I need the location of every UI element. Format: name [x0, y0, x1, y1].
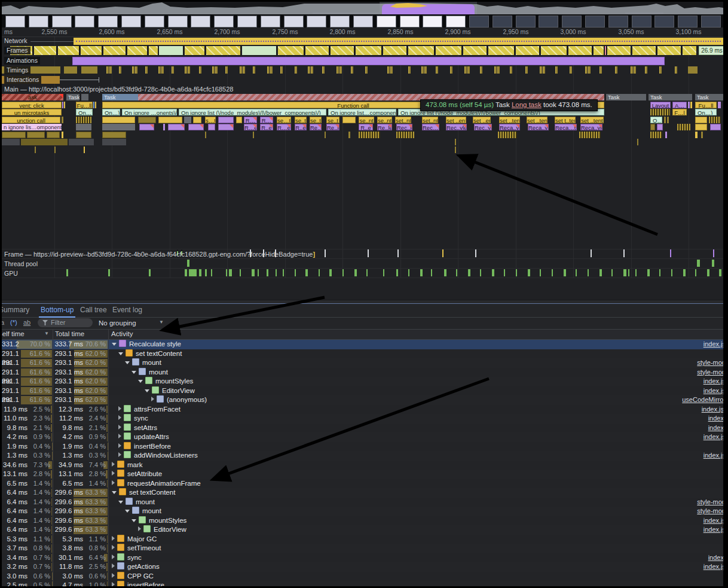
collapse-triangle-icon[interactable]: [112, 491, 117, 494]
flame-bar[interactable]: [650, 132, 662, 138]
flame-bar[interactable]: [664, 117, 666, 123]
flame-bar[interactable]: [218, 117, 234, 123]
screenshot-thumbnail[interactable]: [353, 16, 373, 28]
gpu-bar[interactable]: [552, 269, 553, 276]
frame-cell[interactable]: [149, 46, 158, 55]
flame-bar[interactable]: R…e: [277, 124, 291, 130]
table-row[interactable]: 291.1 ms61.6 %293.1 ms62.0 %set textCont…: [2, 349, 723, 359]
thread-pool-track-label[interactable]: Thread pool: [4, 260, 38, 268]
timing-tick[interactable]: [387, 66, 390, 74]
frames-track-label[interactable]: Frames: [4, 47, 30, 54]
expand-triangle-icon[interactable]: [138, 526, 141, 531]
screenshot-thumbnail[interactable]: [121, 16, 141, 28]
flame-bar[interactable]: [62, 132, 63, 138]
flame-bar[interactable]: On…): [695, 109, 717, 115]
flame-bar[interactable]: [690, 102, 692, 108]
flame-bar[interactable]: [27, 132, 45, 138]
table-row[interactable]: 3.7 ms0.8 %3.8 ms0.8 %setTimeout: [2, 544, 723, 553]
collapse-triangle-icon[interactable]: [118, 501, 123, 504]
gpu-bar[interactable]: [444, 269, 446, 276]
timing-tick[interactable]: [240, 66, 242, 74]
timing-tick[interactable]: [339, 66, 342, 74]
gpu-bar[interactable]: [366, 269, 368, 276]
regex-icon[interactable]: (*): [10, 319, 17, 326]
timing-tick[interactable]: [215, 66, 218, 74]
flame-bar[interactable]: [188, 124, 204, 130]
timing-tick[interactable]: [132, 66, 134, 74]
flame-bar[interactable]: se..nt: [359, 117, 374, 123]
gpu-bar[interactable]: [240, 269, 241, 276]
frame-cell[interactable]: [278, 46, 304, 55]
frame-cell[interactable]: [463, 46, 487, 55]
table-row[interactable]: 291.1 ms61.6 %293.1 ms62.0 %mountStylesi…: [2, 377, 723, 386]
frame-cell[interactable]: [127, 46, 148, 55]
timing-tick[interactable]: [119, 66, 121, 74]
network-track-label[interactable]: Network: [4, 37, 27, 45]
tab-event-log[interactable]: Event log: [111, 304, 144, 316]
timing-tick[interactable]: [243, 66, 245, 74]
table-row[interactable]: 291.1 ms61.6 %293.1 ms62.0 %(anonymous)u…: [2, 395, 723, 405]
screenshot-thumbnail[interactable]: [98, 16, 118, 28]
gpu-bar[interactable]: [211, 269, 212, 276]
flame-bar[interactable]: [701, 132, 703, 138]
timing-tick[interactable]: [424, 66, 427, 74]
flame-bar[interactable]: F…l: [672, 109, 687, 115]
gpu-bar[interactable]: [149, 269, 151, 276]
timing-tick[interactable]: [311, 66, 313, 74]
timing-tick[interactable]: [135, 66, 137, 74]
screenshot-thumbnail[interactable]: [400, 16, 420, 28]
screenshot-thumbnail[interactable]: [261, 16, 280, 28]
flame-bar[interactable]: se..t: [326, 117, 339, 123]
collapse-triangle-icon[interactable]: [138, 380, 143, 383]
thread-pool-bar[interactable]: [187, 260, 189, 267]
screenshot-thumbnail[interactable]: [5, 16, 25, 28]
gpu-bar[interactable]: [576, 269, 577, 276]
gpu-bar[interactable]: [431, 269, 432, 276]
gpu-bar[interactable]: [719, 269, 721, 276]
screenshot-thumbnail[interactable]: [284, 16, 304, 28]
frame-cell[interactable]: [683, 46, 697, 55]
flame-bar[interactable]: [158, 117, 182, 123]
flame-bar[interactable]: [62, 117, 63, 123]
timing-tick[interactable]: [199, 66, 201, 74]
gpu-bar[interactable]: [628, 269, 629, 276]
flame-bar[interactable]: n ignore lis…omponents\/): [2, 124, 62, 130]
flame-bar[interactable]: set ..tent: [580, 117, 604, 123]
table-row[interactable]: 11.0 ms2.3 %11.2 ms2.4 %syncindex.: [2, 414, 723, 424]
source-location-link[interactable]: index.js: [703, 562, 723, 572]
sort-caret-icon[interactable]: ▼: [44, 331, 49, 336]
gpu-bar[interactable]: [540, 269, 541, 276]
timing-tick[interactable]: [270, 66, 273, 74]
table-row[interactable]: 9.8 ms2.1 %9.8 ms2.1 %setAttrsindex.: [2, 424, 723, 433]
timing-tick[interactable]: [555, 66, 558, 74]
flame-bar[interactable]: On ignore …onents\/): [122, 109, 177, 115]
screenshot-thumbnail[interactable]: [191, 16, 210, 28]
frames-track[interactable]: 26.9 ms: [2, 46, 723, 55]
flame-bar[interactable]: [325, 132, 326, 138]
frame-cell[interactable]: [605, 46, 607, 55]
flame-bar[interactable]: R..e: [359, 124, 373, 130]
timing-tick[interactable]: [510, 66, 512, 74]
expand-triangle-icon[interactable]: [118, 434, 121, 438]
tooltip-long-task-link[interactable]: Long task: [512, 101, 542, 108]
flame-bar[interactable]: [21, 139, 68, 145]
flame-bar[interactable]: [93, 102, 94, 108]
frame-cell[interactable]: [657, 46, 681, 55]
flame-bar[interactable]: R..e: [260, 124, 273, 130]
frame-cell[interactable]: [632, 46, 656, 55]
timing-tick[interactable]: [161, 66, 164, 74]
flame-bar[interactable]: [253, 132, 254, 138]
flame-bar[interactable]: [69, 139, 94, 145]
source-location-link[interactable]: index.js:: [702, 405, 723, 415]
table-row[interactable]: 6.4 ms1.4 %299.6 ms63.3 %EditorViewindex…: [2, 525, 723, 535]
flame-bar[interactable]: un microtasks: [2, 109, 62, 115]
flame-bar[interactable]: R…: [260, 117, 273, 123]
table-row[interactable]: 291.1 ms61.6 %293.1 ms62.0 %mountstyle-m…: [2, 368, 723, 377]
gpu-bar[interactable]: [276, 269, 277, 276]
gpu-bar[interactable]: [267, 269, 268, 276]
frame-cell[interactable]: [34, 46, 57, 55]
flame-bar[interactable]: [95, 102, 96, 108]
source-location-link[interactable]: index.js: [703, 516, 723, 526]
gpu-bar[interactable]: [226, 269, 227, 276]
cpu-overview-strip[interactable]: [2, 2, 723, 14]
